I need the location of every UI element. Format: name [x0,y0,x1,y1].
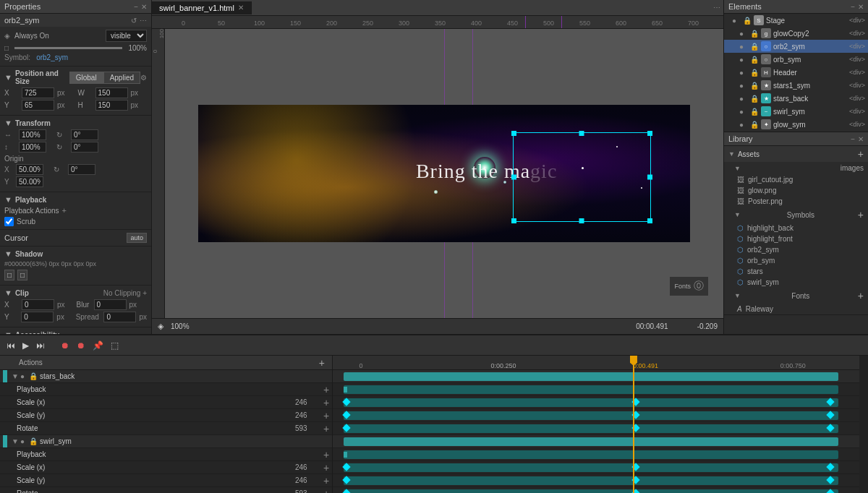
sym-highlight-front[interactable]: ⬡ highlight_front [730,233,868,244]
fonts-from-btn[interactable]: Fonts⓪ [669,276,709,296]
clip-y-input[interactable] [21,312,54,322]
file-tab[interactable]: swirl_banner_v1.html ✕ [152,1,252,14]
file-tab-close[interactable]: ✕ [238,4,244,12]
fonts-add-btn[interactable]: + [858,290,864,301]
record2-btn[interactable]: ⏺ [75,339,88,352]
lock-stage[interactable]: 🔒 [743,17,752,25]
more-icon[interactable]: ⋯ [140,17,147,25]
pin-btn[interactable]: 📌 [90,339,106,352]
library-image-girl[interactable]: 🖼 girl_cutout.jpg [730,174,868,185]
element-starsback[interactable]: ● 🔒 ★ stars_back <div> [724,92,868,105]
library-close[interactable]: ✕ [858,135,864,143]
library-minimize[interactable]: − [851,135,855,143]
element-header[interactable]: ● 🔒 H Header <div> [724,66,868,79]
symbols-add-btn[interactable]: + [858,209,864,220]
library-image-glow[interactable]: 🖼 glow.png [730,185,868,196]
prev-frame-btn[interactable]: ⏮ [4,339,17,352]
next-frame-btn[interactable]: ⏭ [34,339,47,352]
shadow-box2-btn[interactable]: □ [17,270,27,280]
easing-btn[interactable]: ⬚ [109,339,121,352]
lock-glowcopy2[interactable]: 🔒 [750,30,759,38]
sym-highlight-back[interactable]: ⬡ highlight_back [730,223,868,233]
lock-glowsym[interactable]: 🔒 [750,121,759,129]
h-input[interactable] [95,100,128,111]
track-starsback-lock[interactable]: 🔒 [29,372,38,380]
track-starsback-expand[interactable]: ▼ [12,372,20,380]
lock-header[interactable]: 🔒 [750,69,759,77]
clip-x-input[interactable] [22,299,54,310]
x-input[interactable] [22,87,54,98]
origin-y-input[interactable] [16,176,43,187]
blur-input[interactable] [94,299,127,310]
track-swirlsym-eye[interactable]: ● [20,437,29,445]
track-starsback-eye[interactable]: ● [20,372,29,380]
font-raleway[interactable]: A Raleway [730,304,868,314]
rotate-y-input[interactable] [71,142,98,153]
timeline-scrollbar[interactable] [859,356,868,493]
track-starsback-playback-add[interactable]: + [320,384,332,395]
lock-swirlsym[interactable]: 🔒 [750,108,759,116]
fonts-subsection-header[interactable]: ▼ Fonts + [730,288,868,304]
library-image-poster[interactable]: 🖼 Poster.png [730,196,868,207]
y-input[interactable] [22,100,54,111]
sym-orbsym[interactable]: ⬡ orb_sym [730,255,868,266]
add-playback-action-btn[interactable]: + [62,206,67,215]
symbols-subsection-header[interactable]: ▼ Symbols + [730,207,868,223]
transform-toggle[interactable]: ▼ [4,119,12,127]
sym-orb2sym[interactable]: ⬡ orb2_sym [730,244,868,255]
applied-btn[interactable]: Applied [103,72,140,84]
play-btn[interactable]: ▶ [20,339,31,352]
eye-orbsym[interactable]: ● [739,56,748,64]
pos-settings-icon[interactable]: ⚙ [140,74,147,82]
visible-select[interactable]: visible hidden [106,30,147,42]
scale-x-input[interactable] [19,129,46,140]
eye-starsback[interactable]: ● [739,95,748,103]
images-subsection-header[interactable]: ▼ images [730,162,868,174]
properties-minimize[interactable]: − [134,3,138,11]
properties-close[interactable]: ✕ [141,3,147,11]
stage-canvas[interactable]: Bring the magic [198,105,690,242]
pos-toggle[interactable]: ▼ [4,73,12,82]
track-starsback-scalex-add[interactable]: + [320,397,332,408]
eye-header[interactable]: ● [739,69,748,77]
add-action-btn[interactable]: + [319,357,325,369]
symbol-name-link[interactable]: orb2_sym [36,53,68,61]
refresh-icon[interactable]: ↺ [131,17,137,25]
scale-y-input[interactable] [19,142,46,153]
element-glowsym[interactable]: ● 🔒 ✦ glow_sym <div> [724,118,868,131]
sym-stars[interactable]: ⬡ stars [730,266,868,277]
track-starsback-rotate-add[interactable]: + [320,423,332,434]
track-starsback-scaley-add[interactable]: + [320,410,332,421]
element-glowcopy2[interactable]: ● 🔒 g glowCopy2 <div> [724,27,868,40]
tab-bar-expand[interactable]: ⋯ [713,4,720,12]
eye-orb2sym[interactable]: ● [739,43,748,51]
track-swirlsym-expand[interactable]: ▼ [12,437,20,445]
track-swirlsym-scaley-add[interactable]: + [320,475,332,486]
lock-orbsym[interactable]: 🔒 [750,56,759,64]
element-stars1sym[interactable]: ● 🔒 ★ stars1_sym <div> [724,79,868,92]
lock-orb2sym[interactable]: 🔒 [750,43,759,51]
track-swirlsym-playback-add[interactable]: + [320,449,332,460]
element-orbsym[interactable]: ● 🔒 ○ orb_sym <div> [724,53,868,66]
assets-section-header[interactable]: ▼ Assets + [724,146,868,162]
sym-swirlsym[interactable]: ⬡ swirl_sym [730,277,868,288]
playback-toggle[interactable]: ▼ [4,195,12,204]
track-swirlsym-scalex-add[interactable]: + [320,462,332,473]
eye-stage[interactable]: ● [732,17,741,25]
eye-swirlsym[interactable]: ● [739,108,748,116]
element-orb2sym[interactable]: ● 🔒 ○ orb2_sym <div> [724,40,868,53]
shadow-toggle[interactable]: ▼ [4,249,12,258]
global-btn[interactable]: Global [69,72,103,84]
element-swirlsym[interactable]: ● 🔒 ~ swirl_sym <div> [724,105,868,118]
origin-x-input[interactable] [16,164,43,175]
lock-stars1sym[interactable]: 🔒 [750,82,759,90]
rotate-x-input[interactable] [71,129,98,140]
elements-close[interactable]: ✕ [858,3,864,11]
spread-input[interactable] [103,312,136,322]
origin-deg-input[interactable] [68,164,95,175]
track-swirlsym-rotate-add[interactable]: + [320,488,332,494]
elements-minimize[interactable]: − [851,3,855,11]
track-swirlsym-lock[interactable]: 🔒 [29,437,38,445]
eye-stars1sym[interactable]: ● [739,82,748,90]
assets-add-btn[interactable]: + [858,148,864,160]
